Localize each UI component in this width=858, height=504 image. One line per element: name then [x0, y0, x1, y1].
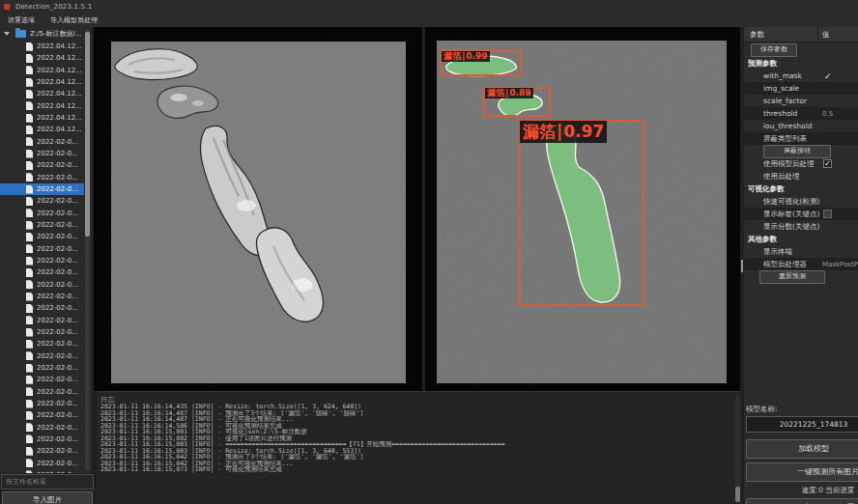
tree-file-label: 2022-02-0...: [37, 197, 78, 205]
tree-file-label: 2022-02-0...: [37, 328, 78, 336]
prediction-image[interactable]: 漏箔|0.99 漏箔|0.89 漏箔|0.97: [437, 41, 727, 383]
tree-file-item[interactable]: 2022.04.12...: [0, 65, 84, 76]
tree-file-item[interactable]: 2022-02-0...: [0, 422, 84, 434]
postprocess-settings-button[interactable]: 后处理参数设置: [746, 498, 858, 504]
tree-file-item[interactable]: 2022-02-0...: [0, 434, 84, 445]
tree-file-item[interactable]: 2022-02-0...: [0, 386, 84, 398]
model-name-field[interactable]: 20221225_174813: [746, 416, 858, 433]
param-row[interactable]: 显示分数(关键点): [744, 220, 858, 233]
tree-file-item[interactable]: 2022-02-0...: [0, 409, 84, 421]
tree-file-label: 2022-02-0...: [37, 460, 78, 467]
tree-file-item[interactable]: 2022-02-0...: [0, 172, 84, 183]
detection-class: 漏箔: [487, 88, 504, 98]
tree-file-item[interactable]: 2022-02-0...: [0, 159, 84, 171]
param-row[interactable]: scale_factor: [744, 95, 858, 107]
tree-file-item[interactable]: 2022.04.12...: [0, 41, 84, 52]
import-image-button[interactable]: 导入图片: [2, 491, 93, 504]
tree-file-item[interactable]: 2022-02-0...: [0, 469, 84, 473]
param-value[interactable]: 0.5: [822, 110, 833, 118]
load-model-button[interactable]: 加载模型: [746, 439, 858, 459]
re-predict-button[interactable]: 重新预测: [759, 270, 825, 284]
detection-class: 漏箔: [443, 51, 461, 62]
param-row[interactable]: 使用后处理: [744, 170, 858, 182]
tree-file-item[interactable]: 2022.04.12...: [0, 76, 84, 88]
param-button-row[interactable]: 重新预测: [744, 270, 858, 283]
tree-file-label: 2022-02-0...: [37, 435, 78, 443]
tree-scrollbar-handle[interactable]: [85, 32, 90, 237]
detection-score: 0.97: [563, 122, 604, 142]
tree-file-item[interactable]: 2022-02-0...: [0, 338, 84, 350]
param-row[interactable]: img_scale: [744, 82, 858, 95]
tree-file-item[interactable]: 2022-02-0...: [0, 266, 84, 278]
log-scrollbar[interactable]: [735, 394, 740, 503]
param-row[interactable]: 显示终端: [744, 245, 858, 258]
tree-file-item[interactable]: 2022-02-0...: [0, 183, 84, 195]
param-label: iou_threshold: [744, 122, 813, 130]
tree-file-item[interactable]: 2022.04.12...: [0, 88, 84, 99]
tree-file-item[interactable]: 2022-02-0...: [0, 208, 84, 219]
tree-file-item[interactable]: 2022-02-0...: [0, 291, 84, 302]
param-row[interactable]: threshold0.5: [744, 107, 858, 120]
mask-types-button[interactable]: 屏蔽按钮: [763, 145, 831, 158]
param-row[interactable]: 显示标签(关键点): [744, 208, 858, 220]
tree-file-item[interactable]: 2022-02-0...: [0, 219, 84, 231]
param-row[interactable]: with_mask✓: [744, 70, 858, 82]
param-button-row[interactable]: 屏蔽按钮: [744, 145, 858, 157]
tree-root[interactable]: Z:/5-标注数据/...: [0, 28, 82, 40]
checkmark-icon: ✓: [824, 71, 832, 81]
tree-file-item[interactable]: 2022.04.12...: [0, 100, 84, 112]
file-icon: [26, 221, 33, 230]
tree-file-item[interactable]: 2022-02-0...: [0, 362, 84, 374]
log-scrollbar-handle[interactable]: [735, 487, 740, 502]
param-label: 模型后处理器: [744, 260, 807, 269]
title-bar: Detection_2023.1.5.1: [0, 0, 858, 14]
tree-file-label: 2022.04.12...: [37, 90, 82, 98]
tree-file-label: 2022-02-0...: [37, 376, 78, 383]
param-section-header: 预测参数: [744, 57, 858, 70]
param-row[interactable]: 模型后处理器MaskPostPro: [744, 258, 858, 270]
tree-file-item[interactable]: 2022-02-0...: [0, 326, 84, 338]
file-icon: [26, 459, 33, 467]
tree-file-item[interactable]: 2022-02-0...: [0, 457, 84, 468]
param-checkbox[interactable]: [823, 210, 832, 218]
tree-file-item[interactable]: 2022.04.12...: [0, 112, 84, 124]
file-icon: [26, 400, 33, 408]
param-row[interactable]: 屏蔽类型列表: [744, 132, 858, 145]
tree-file-item[interactable]: 2022.04.12...: [0, 52, 84, 64]
param-row[interactable]: 快速可视化(检测): [744, 195, 858, 208]
detection-score: 0.89: [509, 88, 530, 98]
param-value[interactable]: MaskPostPro: [822, 261, 858, 268]
tree-file-item[interactable]: 2022-02-0...: [0, 148, 84, 159]
tree-expand-icon[interactable]: [4, 32, 10, 36]
tree-file-item[interactable]: 2022-02-0...: [0, 374, 84, 385]
tree-file-item[interactable]: 2022-02-0...: [0, 445, 84, 457]
file-icon: [26, 280, 33, 289]
tree-file-item[interactable]: 2022-02-0...: [0, 350, 84, 362]
file-icon: [26, 90, 33, 98]
search-input[interactable]: [1, 474, 94, 490]
tree-file-item[interactable]: 2022-02-0...: [0, 302, 84, 314]
vertical-splitter-handle[interactable]: [741, 260, 743, 272]
tree-file-item[interactable]: 2022-02-0...: [0, 231, 84, 242]
tree-file-item[interactable]: 2022-02-0...: [0, 315, 84, 326]
menu-settings[interactable]: 设置选项: [0, 15, 43, 25]
tree-file-item[interactable]: 2022-02-0...: [0, 398, 84, 409]
param-row[interactable]: iou_threshold: [744, 120, 858, 132]
file-icon: [26, 244, 33, 253]
tree-file-item[interactable]: 2022.04.12...: [0, 124, 84, 135]
save-params-button[interactable]: 保存参数: [751, 43, 797, 57]
predict-all-button[interactable]: 一键预测所有图片: [746, 462, 858, 482]
original-image[interactable]: [111, 42, 406, 383]
param-label: 显示标签(关键点): [744, 210, 819, 219]
tree-file-item[interactable]: 2022-02-0...: [0, 279, 84, 291]
menu-import-postprocess[interactable]: 导入模型后处理: [43, 15, 105, 25]
tree-file-item[interactable]: 2022-02-0...: [0, 255, 84, 266]
file-icon: [26, 54, 33, 63]
tree-scrollbar[interactable]: [85, 29, 90, 471]
tree-file-item[interactable]: 2022-02-0...: [0, 243, 84, 255]
tree-file-item[interactable]: 2022-02-0...: [0, 136, 84, 148]
param-row[interactable]: 使用模型后处理✓: [744, 157, 858, 170]
detection-label-2: 漏箔|0.89: [485, 88, 533, 98]
param-checkbox[interactable]: ✓: [823, 159, 832, 168]
tree-file-item[interactable]: 2022-02-0...: [0, 195, 84, 207]
